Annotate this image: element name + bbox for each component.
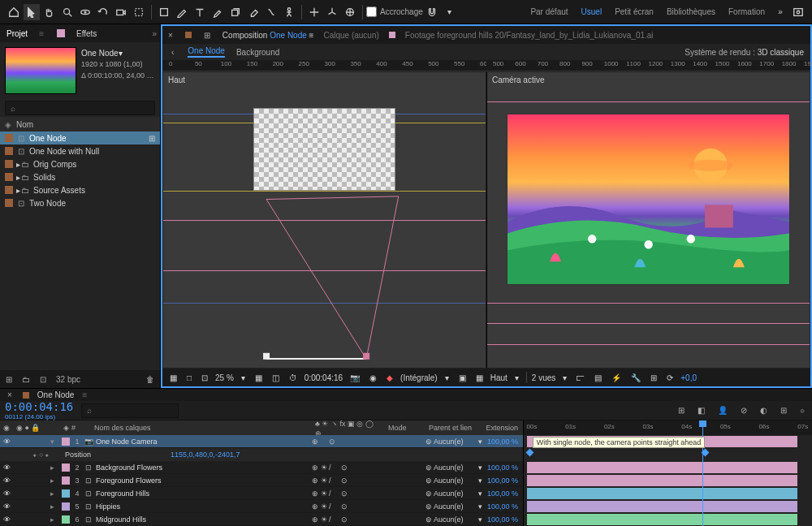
- share-view-icon[interactable]: ⫍: [574, 373, 587, 382]
- layer-bar[interactable]: [527, 514, 798, 525]
- layer-bar[interactable]: [527, 475, 798, 486]
- col-name[interactable]: Nom: [16, 120, 33, 129]
- pixel-aspect-icon[interactable]: ▤: [592, 373, 604, 382]
- pan-behind-tool-icon[interactable]: [131, 4, 147, 20]
- twirl-icon[interactable]: ▸: [50, 463, 60, 472]
- bpc-toggle[interactable]: 32 bpc: [54, 375, 83, 384]
- roi-icon[interactable]: ▣: [456, 373, 469, 382]
- interpret-footage-icon[interactable]: ⊞: [3, 375, 15, 384]
- label-color[interactable]: [62, 502, 70, 511]
- layer-bar[interactable]: [527, 501, 798, 512]
- tag-icon[interactable]: ◈: [5, 120, 11, 129]
- draft3d-icon[interactable]: □: [184, 373, 194, 382]
- label-color[interactable]: [62, 438, 70, 446]
- always-preview-icon[interactable]: ▦: [167, 373, 179, 382]
- camera-tool-icon[interactable]: [113, 4, 129, 20]
- fast-preview-icon[interactable]: ⚡: [609, 373, 624, 382]
- search-help-icon[interactable]: [790, 4, 806, 20]
- comp-tab[interactable]: Composition One Node ≡: [222, 31, 314, 40]
- pickwhip-icon[interactable]: ⊚: [425, 489, 432, 498]
- twirl-icon[interactable]: ▸: [50, 502, 60, 511]
- project-list[interactable]: ⊡One Node⊞⊡One Node with Null▸ 🗀Orig Com…: [0, 132, 160, 251]
- type-tool-icon[interactable]: [192, 4, 208, 20]
- zoom-dropdown[interactable]: 25 %: [215, 373, 234, 382]
- project-item[interactable]: ▸ 🗀Solids: [0, 170, 160, 183]
- axis-local-icon[interactable]: [306, 4, 322, 20]
- workspace-default[interactable]: Par défaut: [524, 3, 574, 21]
- project-item[interactable]: ⊡One Node⊞: [0, 132, 160, 144]
- ground-plane-icon[interactable]: ⊡: [199, 373, 210, 382]
- time-ruler[interactable]: 00s01s02s03s04s05s06s07s: [524, 420, 812, 435]
- visibility-toggle-icon[interactable]: 👁: [0, 476, 13, 485]
- project-item[interactable]: ▸ 🗀Source Assets: [0, 183, 160, 196]
- twirl-icon[interactable]: ▸: [50, 489, 60, 498]
- new-comp-icon[interactable]: ⊡: [37, 375, 49, 384]
- timeline-search[interactable]: ⌕: [81, 403, 179, 418]
- layer-row[interactable]: 👁 ▸ 6 ⊡ Midground Hills ⊕ ☀ / ⊙ ⊚ Aucun(…: [0, 513, 523, 526]
- twirl-icon[interactable]: ▸: [50, 476, 60, 485]
- pickwhip-icon[interactable]: ⊚: [425, 515, 432, 524]
- panel-collapse-icon[interactable]: »: [152, 29, 157, 38]
- shape-tool-icon[interactable]: [156, 4, 172, 20]
- view-active-camera[interactable]: Caméra active: [486, 71, 810, 369]
- visibility-toggle-icon[interactable]: 👁: [0, 515, 13, 524]
- frame-blend-icon[interactable]: ⊘: [738, 406, 749, 415]
- 3d-view-dropdown[interactable]: Haut: [490, 373, 508, 382]
- workspace-learn[interactable]: Formation: [722, 3, 771, 21]
- graph-editor-icon[interactable]: ⊞: [778, 406, 789, 415]
- axis-world-icon[interactable]: [324, 4, 340, 20]
- roto-tool-icon[interactable]: [263, 4, 279, 20]
- selection-tool-icon[interactable]: [24, 4, 40, 20]
- visibility-toggle-icon[interactable]: 👁: [0, 463, 13, 472]
- views-layout-dropdown[interactable]: 2 vues: [532, 373, 555, 382]
- visibility-toggle-icon[interactable]: 👁: [0, 502, 13, 511]
- close-tab-icon[interactable]: ×: [166, 31, 175, 40]
- clone-tool-icon[interactable]: [227, 4, 244, 20]
- comp-flowchart-icon[interactable]: ⊞: [648, 373, 659, 382]
- pickwhip-icon[interactable]: ⊚: [425, 438, 432, 446]
- workspace-usual[interactable]: Usuel: [575, 3, 609, 21]
- label-color[interactable]: [62, 489, 70, 498]
- timeline-close-icon[interactable]: ×: [5, 390, 15, 399]
- pen-tool-icon[interactable]: [174, 4, 190, 20]
- workspace-more-icon[interactable]: »: [772, 4, 788, 20]
- layer-bar[interactable]: [527, 462, 798, 473]
- orbit-tool-icon[interactable]: [77, 4, 93, 20]
- resolution-dropdown[interactable]: (Intégrale): [400, 373, 438, 382]
- snap-toggle[interactable]: Accrochage: [366, 6, 423, 17]
- layer-row[interactable]: 👁 ▸ 4 ⊡ Foreground Hills ⊕ ☀ / ⊙ ⊚ Aucun…: [0, 487, 523, 500]
- new-folder-icon[interactable]: 🗀: [19, 375, 32, 384]
- visibility-toggle-icon[interactable]: 👁: [0, 489, 13, 498]
- subtab-onenode[interactable]: One Node: [188, 46, 225, 58]
- timecode-display[interactable]: 0:00:04:16: [5, 400, 73, 413]
- motion-blur-icon[interactable]: ◐: [758, 406, 770, 415]
- pickwhip-icon[interactable]: ⊚: [425, 463, 432, 472]
- keyframe-icon[interactable]: [525, 449, 533, 457]
- axis-view-icon[interactable]: [342, 4, 358, 20]
- comp-mini-flowchart-icon[interactable]: ⊞: [676, 406, 687, 415]
- rotate-tool-icon[interactable]: [95, 4, 111, 20]
- reset-exposure-icon[interactable]: ⟳: [664, 373, 676, 382]
- property-row[interactable]: ⬥ ◇ ⬥Position1155,0,480,0,-2401,7: [0, 448, 523, 461]
- footage-tab[interactable]: Footage foreground hills 20/Fantasy_land…: [405, 31, 654, 40]
- current-time-icon[interactable]: ⏱: [287, 373, 300, 382]
- hand-tool-icon[interactable]: [41, 4, 58, 20]
- twirl-icon[interactable]: ▾: [50, 438, 60, 446]
- layer-row[interactable]: 👁 ▸ 3 ⊡ Foreground Flowers ⊕ ☀ / ⊙ ⊚ Auc…: [0, 474, 523, 487]
- project-item[interactable]: ▸ 🗀Orig Comps: [0, 157, 160, 170]
- project-item[interactable]: ⊡One Node with Null: [0, 144, 160, 157]
- home-icon[interactable]: [6, 4, 22, 20]
- label-color[interactable]: [62, 515, 70, 524]
- preview-time[interactable]: 0:00:04:16: [304, 373, 343, 382]
- exposure-value[interactable]: +0,0: [680, 373, 697, 382]
- renderer-dropdown[interactable]: 3D classique: [758, 48, 804, 57]
- flowchart-icon[interactable]: ⊞: [201, 31, 213, 40]
- label-color[interactable]: [62, 476, 70, 485]
- timeline-comp-name[interactable]: One Node: [37, 390, 75, 399]
- timeline-tracks[interactable]: 00s01s02s03s04s05s06s07s With single nod…: [523, 420, 812, 526]
- grid-guides-icon[interactable]: ▦: [253, 373, 265, 382]
- show-snapshot-icon[interactable]: ◉: [367, 373, 379, 382]
- workspace-small[interactable]: Petit écran: [608, 3, 660, 21]
- transparency-grid-icon[interactable]: ▦: [473, 373, 486, 382]
- timeline-button-icon[interactable]: 🔧: [628, 373, 643, 382]
